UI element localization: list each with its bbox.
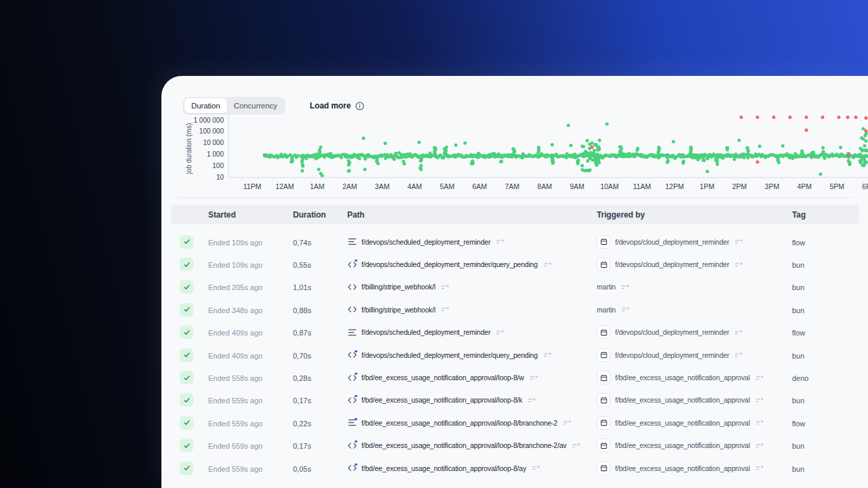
path-link[interactable]: f/devops/scheduled_deployment_reminder xyxy=(361,328,490,336)
svg-text:10AM: 10AM xyxy=(600,182,618,190)
svg-text:100: 100 xyxy=(212,162,224,169)
filter-by-path-icon[interactable] xyxy=(543,261,551,268)
path-link[interactable]: f/bd/ee_excess_usage_notification_approv… xyxy=(361,419,557,427)
path-link[interactable]: f/billing/stripe_webhook/l xyxy=(361,283,435,291)
table-row[interactable]: Ended 559s ago 0,17s f/bd/ee_excess_usag… xyxy=(171,434,859,457)
triggered-by-link[interactable]: martin xyxy=(597,306,616,314)
table-row[interactable]: Ended 205s ago 1,01s f/billing/stripe_we… xyxy=(171,276,859,298)
filter-by-path-icon[interactable] xyxy=(528,396,536,404)
code-icon xyxy=(347,305,357,314)
triggered-by-link[interactable]: f/devops/cloud_deployment_reminder xyxy=(615,260,729,268)
triggered-by-link[interactable]: f/bd/ee_excess_usage_notification_approv… xyxy=(615,396,750,404)
filter-by-trigger-icon[interactable] xyxy=(755,374,764,382)
table-row[interactable]: Ended 109s ago 0,55s f/devops/scheduled_… xyxy=(171,253,859,275)
scatter-plot: 1 000 000100 00010 0001 0001001011PM12AM… xyxy=(161,76,868,198)
started-link[interactable]: Ended 205s ago xyxy=(208,283,262,291)
triggered-by-link[interactable]: f/devops/cloud_deployment_reminder xyxy=(615,238,729,246)
flow-icon xyxy=(347,327,357,337)
triggered-by-link[interactable]: martin xyxy=(597,283,616,291)
table-row[interactable]: Ended 559s ago 0,22s f/bd/ee_excess_usag… xyxy=(171,411,859,434)
table-row[interactable]: Ended 348s ago 0,88s f/billing/stripe_we… xyxy=(171,298,859,321)
filter-by-path-icon[interactable] xyxy=(563,419,571,426)
success-check-icon xyxy=(180,348,193,362)
path-link[interactable]: f/devops/scheduled_deployment_reminder xyxy=(361,238,490,246)
filter-by-path-icon[interactable] xyxy=(543,351,551,359)
filter-by-trigger-icon[interactable] xyxy=(734,329,743,336)
filter-by-trigger-icon[interactable] xyxy=(734,238,743,245)
table-row[interactable]: Ended 559s ago 0,05s f/bd/ee_excess_usag… xyxy=(171,457,859,479)
col-tag: Tag xyxy=(792,210,859,220)
started-link[interactable]: Ended 409s ago xyxy=(208,352,262,360)
started-link[interactable]: Ended 559s ago xyxy=(208,396,262,405)
code-icon xyxy=(347,395,357,405)
path-link[interactable]: f/bd/ee_excess_usage_notification_approv… xyxy=(361,441,566,449)
svg-text:1 000: 1 000 xyxy=(207,150,224,158)
filter-by-path-icon[interactable] xyxy=(441,306,449,313)
svg-text:2PM: 2PM xyxy=(732,182,747,190)
filter-by-trigger-icon[interactable] xyxy=(755,419,764,426)
tag-value: flow xyxy=(792,329,806,337)
path-link[interactable]: f/bd/ee_excess_usage_notification_approv… xyxy=(361,464,526,472)
tag-value: deno xyxy=(792,374,808,382)
table-row[interactable]: Ended 558s ago 0,28s f/bd/ee_excess_usag… xyxy=(171,366,859,388)
svg-text:1AM: 1AM xyxy=(310,182,325,190)
success-check-icon xyxy=(180,303,193,317)
filter-by-path-icon[interactable] xyxy=(532,464,540,472)
duration-value: 0,87s xyxy=(293,329,311,337)
tag-value: bun xyxy=(792,352,804,360)
success-check-icon xyxy=(180,439,193,452)
started-link[interactable]: Ended 348s ago xyxy=(208,306,262,314)
started-link[interactable]: Ended 559s ago xyxy=(208,420,262,428)
triggered-by-link[interactable]: f/devops/cloud_deployment_reminder xyxy=(615,351,729,359)
filter-by-trigger-icon[interactable] xyxy=(734,351,743,359)
path-link[interactable]: f/devops/scheduled_deployment_reminder/q… xyxy=(361,351,538,359)
filter-by-path-icon[interactable] xyxy=(530,374,538,382)
triggered-by-link[interactable]: f/bd/ee_excess_usage_notification_approv… xyxy=(615,419,750,427)
table-row[interactable]: Ended 109s ago 0,74s f/devops/scheduled_… xyxy=(171,230,859,253)
duration-scatter-chart[interactable]: job duration (ms) 1 000 000100 00010 000… xyxy=(161,76,868,198)
triggered-by-link[interactable]: f/bd/ee_excess_usage_notification_approv… xyxy=(615,441,750,449)
svg-text:3AM: 3AM xyxy=(375,182,390,190)
started-link[interactable]: Ended 559s ago xyxy=(208,465,262,473)
table-row[interactable]: Ended 559s ago 0,17s f/bd/ee_excess_usag… xyxy=(171,389,859,411)
tag-value: flow xyxy=(792,420,806,428)
schedule-icon xyxy=(597,416,610,430)
duration-value: 0,74s xyxy=(293,239,311,247)
filter-by-path-icon[interactable] xyxy=(496,329,504,336)
started-link[interactable]: Ended 409s ago xyxy=(208,329,262,337)
table-row[interactable]: Ended 409s ago 0,70s f/devops/scheduled_… xyxy=(171,344,859,366)
started-link[interactable]: Ended 109s ago xyxy=(208,261,262,269)
duration-value: 0,88s xyxy=(293,306,311,314)
filter-by-trigger-icon[interactable] xyxy=(755,396,764,404)
path-link[interactable]: f/bd/ee_excess_usage_notification_approv… xyxy=(361,373,524,382)
triggered-by-link[interactable]: f/bd/ee_excess_usage_notification_approv… xyxy=(615,373,750,382)
path-link[interactable]: f/bd/ee_excess_usage_notification_approv… xyxy=(361,396,522,404)
triggered-by-link[interactable]: f/bd/ee_excess_usage_notification_approv… xyxy=(615,464,750,472)
col-path: Path xyxy=(347,210,597,220)
started-link[interactable]: Ended 559s ago xyxy=(208,442,262,450)
filter-by-trigger-icon[interactable] xyxy=(621,306,629,313)
filter-by-trigger-icon[interactable] xyxy=(621,283,629,291)
filter-by-path-icon[interactable] xyxy=(441,283,449,291)
duration-value: 1,01s xyxy=(293,283,311,291)
duration-value: 0,55s xyxy=(293,261,311,269)
started-link[interactable]: Ended 558s ago xyxy=(208,374,262,382)
success-check-icon xyxy=(180,258,193,271)
started-link[interactable]: Ended 109s ago xyxy=(208,239,262,247)
filter-by-path-icon[interactable] xyxy=(572,442,580,449)
filter-by-trigger-icon[interactable] xyxy=(755,464,764,472)
filter-by-trigger-icon[interactable] xyxy=(755,442,764,449)
schedule-icon xyxy=(597,439,610,452)
filter-by-trigger-icon[interactable] xyxy=(734,261,743,268)
path-link[interactable]: f/devops/scheduled_deployment_reminder/q… xyxy=(361,260,538,268)
path-link[interactable]: f/billing/stripe_webhook/l xyxy=(361,306,435,314)
success-check-icon xyxy=(180,393,193,407)
schedule-icon xyxy=(597,462,610,475)
svg-text:5PM: 5PM xyxy=(829,182,844,190)
code-icon xyxy=(347,464,357,473)
table-row[interactable]: Ended 409s ago 0,87s f/devops/scheduled_… xyxy=(171,321,859,344)
filter-by-path-icon[interactable] xyxy=(496,238,504,245)
triggered-by-link[interactable]: f/devops/cloud_deployment_reminder xyxy=(615,328,729,336)
tag-value: bun xyxy=(792,306,804,314)
success-check-icon xyxy=(180,325,193,339)
